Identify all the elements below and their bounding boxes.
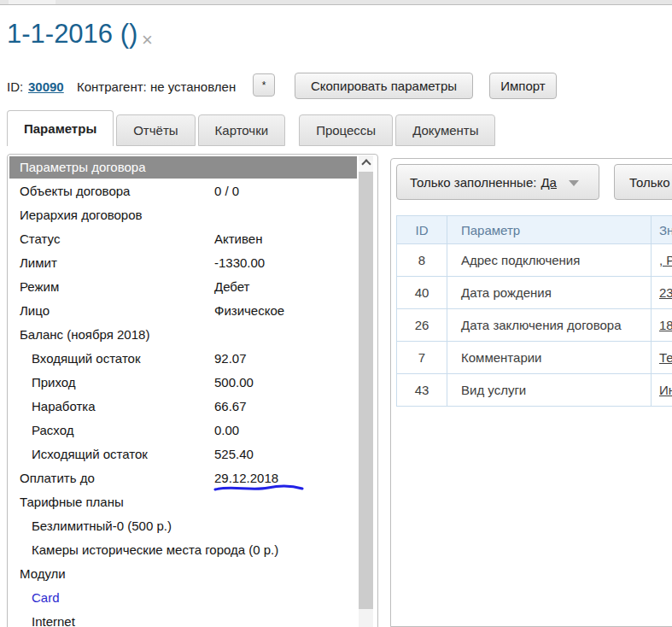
parameter-row[interactable]: РежимДебет — [8, 274, 377, 298]
tab-cards[interactable]: Карточки — [198, 114, 286, 146]
value-link[interactable]: Ин — [659, 383, 672, 397]
panel-header-row[interactable]: Параметры договора — [9, 156, 357, 179]
parameter-row-label: Статус — [20, 231, 60, 246]
scrollbar-thumb[interactable] — [359, 172, 373, 609]
parameter-row[interactable]: Объекты договора0 / 0 — [8, 179, 377, 202]
table-row[interactable]: 40Дата рождения23 — [397, 277, 672, 309]
parameter-row-value: 66.67 — [214, 399, 247, 413]
parameter-row-label: Оплатить до — [20, 471, 95, 485]
column-header-value[interactable]: Зн — [652, 216, 672, 244]
parameter-row-value: Физическое — [214, 303, 284, 318]
parameter-row[interactable]: Тарифные планы — [8, 489, 377, 513]
contract-id-link[interactable]: 30090 — [28, 79, 64, 94]
cell-parameter: Комментарии — [447, 342, 652, 374]
parameter-row-value: 525.40 — [214, 447, 254, 461]
top-tab-strip — [0, 0, 672, 5]
counterparty-label: Контрагент: не установлен — [77, 79, 236, 94]
top-tab-strip-notch — [9, 0, 56, 4]
contract-parameters-panel: Параметры договора Объекты договора0 / 0… — [7, 154, 378, 627]
counterparty-select-button[interactable]: * — [253, 73, 275, 97]
tab-parameters[interactable]: Параметры — [7, 110, 114, 146]
parameter-row[interactable]: Камеры исторические места города (0 р.) — [8, 537, 377, 561]
cell-value: 18 — [652, 309, 672, 342]
table-row[interactable]: 43Вид услугиИн — [397, 374, 672, 407]
tab-reports[interactable]: Отчёты — [116, 114, 195, 146]
parameter-row[interactable]: Иерархия договоров — [8, 202, 377, 226]
dropdown-arrow-icon — [569, 180, 579, 186]
cell-parameter: Адрес подключения — [447, 244, 652, 277]
parameter-row-label: Камеры исторические места города (0 р.) — [32, 542, 278, 557]
filter-value: Да — [541, 175, 557, 190]
tab-documents[interactable]: Документы — [395, 114, 495, 146]
cell-value: 23 — [652, 277, 672, 309]
parameter-row-value: 92.07 — [214, 351, 247, 366]
tab-processes[interactable]: Процессы — [299, 114, 393, 146]
parameters-table: ID Параметр Зн 8Адрес подключения, Р40Да… — [396, 215, 672, 407]
parameter-row[interactable]: Исходящий остаток525.40 — [8, 442, 377, 466]
cell-value: Ин — [652, 374, 672, 407]
parameter-row[interactable]: Баланс (ноября 2018) — [8, 322, 377, 346]
parameter-row-label: Тарифные планы — [20, 495, 124, 509]
cell-id: 26 — [397, 309, 447, 342]
parameter-row[interactable]: ЛицоФизическое — [8, 298, 377, 322]
parameter-row-label: Лимит — [20, 255, 57, 270]
value-link[interactable]: 18 — [659, 318, 672, 332]
parameters-values-panel: Только заполненные:Да Только ID Параметр… — [390, 158, 672, 627]
parameter-row-value: 0 / 0 — [214, 184, 239, 198]
close-icon[interactable]: × — [142, 31, 153, 50]
only-filled-filter-button[interactable]: Только заполненные:Да — [396, 164, 599, 200]
column-header-id[interactable]: ID — [397, 216, 447, 244]
parameter-row-value: -1330.00 — [214, 255, 265, 270]
parameter-row-label: Входящий остаток — [32, 351, 141, 366]
parameter-row-label: Иерархия договоров — [20, 208, 143, 222]
cell-value: Те — [652, 342, 672, 374]
cell-parameter: Дата заключения договора — [447, 309, 652, 342]
cell-value: , Р — [652, 244, 672, 277]
parameter-row[interactable]: Безлимитный-0 (500 р.) — [8, 513, 377, 537]
copy-parameters-button[interactable]: Скопировать параметры — [295, 73, 473, 99]
second-filter-button[interactable]: Только — [614, 164, 672, 200]
column-header-param[interactable]: Параметр — [447, 216, 652, 244]
parameter-row[interactable]: Card — [8, 585, 377, 609]
value-link[interactable]: Те — [659, 350, 672, 365]
parameter-row-label: Расход — [32, 423, 73, 437]
parameter-row-value: 500.00 — [214, 375, 254, 390]
table-row[interactable]: 26Дата заключения договора18 — [397, 309, 672, 342]
parameter-row[interactable]: Входящий остаток92.07 — [8, 346, 377, 370]
parameter-row-label: Безлимитный-0 (500 р.) — [32, 519, 172, 533]
parameter-row[interactable]: Оплатить до29.12.2018 — [8, 466, 377, 489]
parameter-row-label: Internet — [32, 614, 75, 627]
value-link[interactable]: 23 — [659, 285, 672, 300]
id-label: ID: — [7, 79, 23, 94]
cell-parameter: Дата рождения — [447, 277, 652, 309]
parameter-row[interactable]: Модули — [8, 561, 377, 585]
parameter-row-label: Лицо — [20, 303, 50, 318]
parameter-row-value: 0.00 — [214, 423, 239, 437]
parameter-row-value: Активен — [214, 231, 262, 246]
cell-id: 7 — [397, 342, 447, 374]
page-title: 1-1-2016 () — [7, 19, 137, 50]
parameter-row-label: Режим — [20, 279, 59, 294]
parameter-row-label: Баланс (ноября 2018) — [20, 327, 149, 342]
value-link[interactable]: , Р — [659, 253, 672, 267]
parameter-row[interactable]: Расход0.00 — [8, 418, 377, 442]
parameter-row-label: Объекты договора — [20, 184, 130, 198]
parameter-row[interactable]: Лимит-1330.00 — [8, 250, 377, 274]
cell-id: 43 — [397, 374, 447, 407]
table-row[interactable]: 8Адрес подключения, Р — [397, 244, 672, 277]
cell-parameter: Вид услуги — [447, 374, 652, 407]
table-row[interactable]: 7КомментарииТе — [397, 342, 672, 374]
parameter-row[interactable]: Internet — [8, 609, 377, 627]
parameter-row-value: Дебет — [214, 279, 249, 294]
parameter-row[interactable]: СтатусАктивен — [8, 226, 377, 250]
parameter-row[interactable]: Приход500.00 — [8, 370, 377, 394]
module-link[interactable]: Card — [32, 590, 60, 605]
filter-label: Только заполненные: — [410, 175, 536, 190]
contract-info-row: ID: 30090 Контрагент: не установлен * Ск… — [0, 72, 672, 101]
parameter-row[interactable]: Наработка66.67 — [8, 394, 377, 418]
parameter-row-label: Приход — [32, 375, 76, 390]
cell-id: 40 — [397, 277, 447, 309]
import-button[interactable]: Импорт — [489, 73, 557, 99]
parameter-row-label: Исходящий остаток — [32, 447, 148, 461]
scrollbar[interactable] — [359, 155, 373, 627]
